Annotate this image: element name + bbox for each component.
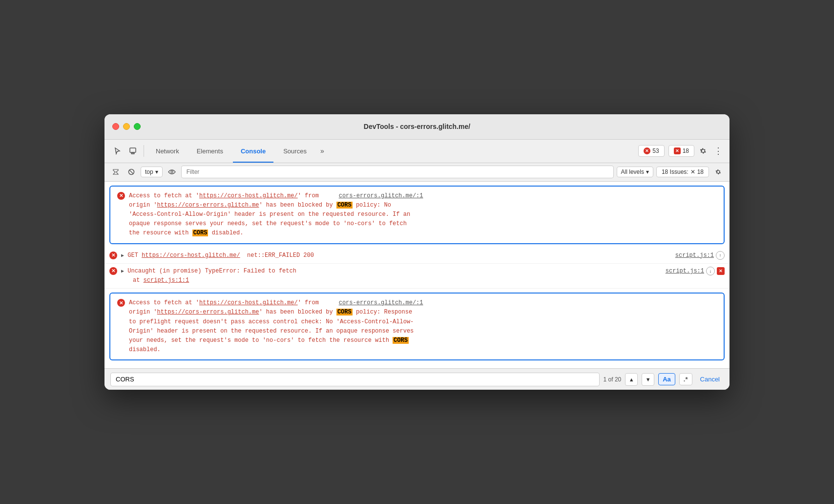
script-link-3[interactable]: script.js:1:1 [144, 277, 189, 284]
source-link-3[interactable]: script.js:1 [660, 268, 704, 274]
badge-group: ✕ 53 ✕ 18 [638, 145, 694, 157]
row-actions-2: script.js:1 ↑ [669, 251, 725, 260]
error-icon-3: ✕ [109, 267, 117, 275]
source-link-1[interactable]: cors-errors.glitch.me/:1 [333, 192, 423, 199]
svg-line-5 [129, 170, 133, 174]
separator [144, 145, 144, 157]
error-icon-4: ✕ [117, 299, 125, 307]
cors-host-link-2[interactable]: https://cors-host.glitch.me/ [199, 299, 298, 306]
log-level-selector[interactable]: All levels ▾ [617, 167, 653, 177]
cors-errors-link-2[interactable]: https://cors-errors.glitch.me [157, 309, 259, 315]
tab-elements[interactable]: Elements [189, 139, 231, 163]
svg-point-6 [171, 171, 173, 173]
cursor-icon[interactable] [110, 144, 124, 158]
traffic-lights [112, 123, 141, 130]
maximize-button[interactable] [134, 123, 141, 130]
search-next-button[interactable]: ▼ [642, 373, 654, 386]
minimize-button[interactable] [123, 123, 130, 130]
expand-arrow-2[interactable]: ▶ [121, 253, 124, 258]
settings-button[interactable] [696, 144, 710, 158]
search-bar: 1 of 20 ▲ ▼ Aa .* Cancel [104, 368, 730, 390]
inspect-icon[interactable] [126, 144, 140, 158]
row-actions-3: script.js:1 ↓ ✕ [660, 267, 725, 275]
block-icon[interactable] [125, 166, 138, 178]
error-badge[interactable]: ✕ 53 [638, 145, 664, 157]
search-count: 1 of 20 [604, 376, 622, 383]
expand-arrow-3[interactable]: ▶ [121, 269, 124, 274]
main-toolbar: Network Elements Console Sources » ✕ 53 … [104, 140, 730, 163]
console-toolbar: top ▾ All levels ▾ 18 Issues: ✕ 18 [104, 163, 730, 182]
devtools-window: DevTools - cors-errors.glitch.me/ Networ… [104, 114, 730, 390]
error-block-1: ✕ Access to fetch at 'https://cors-host.… [109, 186, 725, 244]
error-row-2: ✕ ▶ GET https://cors-host.glitch.me/ net… [104, 248, 730, 264]
close-icon-3[interactable]: ✕ [717, 267, 725, 275]
cors-highlight-1b: CORS [192, 230, 208, 236]
error-text-2: ▶ GET https://cors-host.glitch.me/ net::… [121, 251, 666, 260]
get-link[interactable]: https://cors-host.glitch.me/ [142, 252, 240, 259]
titlebar: DevTools - cors-errors.glitch.me/ [104, 114, 730, 140]
cors-highlight-2b: CORS [393, 337, 409, 344]
cors-host-link-1[interactable]: https://cors-host.glitch.me/ [199, 192, 298, 199]
tab-network[interactable]: Network [148, 139, 187, 163]
eye-icon[interactable] [166, 166, 178, 178]
source-link-4[interactable]: cors-errors.glitch.me/:1 [333, 299, 423, 306]
error-row-3: ✕ ▶ Uncaught (in promise) TypeError: Fai… [104, 264, 730, 289]
console-content: ✕ Access to fetch at 'https://cors-host.… [104, 182, 730, 369]
upload-icon-2[interactable]: ↑ [716, 251, 725, 260]
window-title: DevTools - cors-errors.glitch.me/ [364, 123, 470, 130]
svg-marker-3 [113, 169, 118, 174]
clear-console-button[interactable] [109, 166, 122, 178]
error-block-2: ✕ Access to fetch at 'https://cors-host.… [109, 293, 725, 360]
regex-button[interactable]: .* [679, 373, 692, 385]
case-sensitive-button[interactable]: Aa [658, 373, 675, 385]
tab-console[interactable]: Console [233, 139, 273, 163]
error-text-4: Access to fetch at 'https://cors-host.gl… [129, 298, 717, 355]
source-link-2[interactable]: script.js:1 [669, 252, 714, 259]
tab-sources[interactable]: Sources [275, 139, 314, 163]
issues-counter[interactable]: 18 Issues: ✕ 18 [656, 167, 709, 177]
more-options-button[interactable]: ⋮ [712, 145, 724, 157]
error-text-1: Access to fetch at 'https://cors-host.gl… [129, 191, 717, 238]
cors-highlight-1a: CORS [336, 202, 353, 209]
download-icon-3[interactable]: ↓ [706, 267, 715, 275]
svg-rect-1 [131, 153, 134, 154]
warning-badge[interactable]: ✕ 18 [668, 145, 694, 157]
more-tabs-button[interactable]: » [316, 147, 328, 155]
error-text-3: ▶ Uncaught (in promise) TypeError: Faile… [121, 267, 656, 285]
error-icon: ✕ [644, 147, 650, 154]
warning-icon: ✕ [674, 147, 681, 154]
error-icon-1: ✕ [117, 192, 125, 200]
svg-rect-0 [130, 148, 136, 152]
console-settings-button[interactable] [712, 166, 725, 178]
filter-input[interactable] [181, 166, 614, 178]
issues-icon: ✕ [690, 168, 695, 175]
search-input[interactable] [110, 373, 600, 386]
search-prev-button[interactable]: ▲ [625, 373, 638, 386]
cors-errors-link-1[interactable]: https://cors-errors.glitch.me [157, 202, 259, 209]
cors-highlight-2a: CORS [336, 309, 353, 315]
context-selector[interactable]: top ▾ [141, 167, 163, 177]
search-cancel-button[interactable]: Cancel [696, 374, 724, 385]
error-icon-2: ✕ [109, 252, 117, 259]
close-button[interactable] [112, 123, 119, 130]
